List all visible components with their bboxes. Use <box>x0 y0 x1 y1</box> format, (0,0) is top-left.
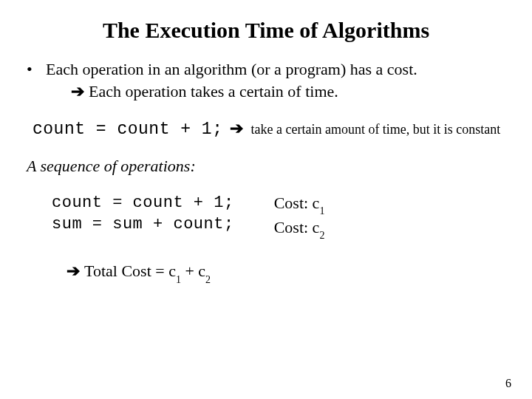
sub-bullet-line: ➔ Each operation takes a certain of time… <box>71 82 505 101</box>
sequence-heading: A sequence of operations: <box>27 157 505 176</box>
slide: The Execution Time of Algorithms • Each … <box>0 0 532 399</box>
operations-block: count = count + 1; sum = sum + count; Co… <box>52 192 505 242</box>
cost-label: Cost: c <box>274 194 320 212</box>
arrow-icon: ➔ <box>71 82 84 101</box>
page-number: 6 <box>505 377 511 390</box>
bullet-text: Each operation in an algorithm (or a pro… <box>46 59 505 81</box>
bullet-line: • Each operation in an algorithm (or a p… <box>27 59 505 81</box>
total-cost-text: Total Cost = c1 + c2 <box>84 262 211 283</box>
operation-line: sum = sum + count; <box>52 214 234 236</box>
code-snippet: count = count + 1; <box>33 120 222 139</box>
cost-line: Cost: c1 <box>274 192 325 216</box>
slide-title: The Execution Time of Algorithms <box>27 18 505 43</box>
operations-column: count = count + 1; sum = sum + count; <box>52 192 234 242</box>
total-subscript: 1 <box>176 274 181 285</box>
total-cost-line: ➔ Total Cost = c1 + c2 <box>66 262 505 283</box>
cost-label: Cost: c <box>274 218 320 236</box>
arrow-icon: ➔ <box>230 119 243 138</box>
cost-line: Cost: c2 <box>274 216 325 241</box>
sub-bullet-text: Each operation takes a certain of time. <box>89 82 338 101</box>
cost-column: Cost: c1 Cost: c2 <box>274 192 325 242</box>
code-note: take a certain amount of time, but it is… <box>250 122 500 137</box>
cost-subscript: 2 <box>319 230 324 241</box>
total-mid: + c <box>181 262 205 280</box>
operation-line: count = count + 1; <box>52 192 234 214</box>
cost-subscript: 1 <box>319 205 324 216</box>
bullet-mark: • <box>27 59 46 81</box>
arrow-icon: ➔ <box>66 262 80 281</box>
inline-code-line: count = count + 1; ➔ take a certain amou… <box>33 119 505 139</box>
total-subscript: 2 <box>205 274 211 285</box>
total-prefix: Total Cost = c <box>84 262 176 280</box>
